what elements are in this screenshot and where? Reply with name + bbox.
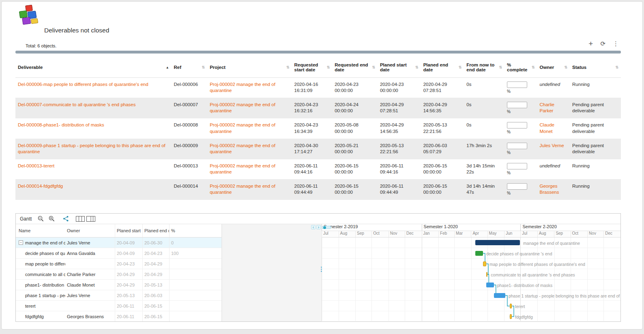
gantt-row[interactable]: phase1- distribution of masksClaude Mone… [16, 280, 221, 290]
timeline-month-label: Aug [339, 231, 356, 237]
gantt-column-header[interactable]: Owner [65, 224, 115, 237]
add-button[interactable]: + [588, 40, 593, 47]
percent-complete-input[interactable] [507, 183, 527, 190]
owner-link[interactable]: Georges Brassens [540, 184, 559, 195]
panel-splitter-handle[interactable]: ⋮ [318, 265, 324, 273]
zoom-in-icon[interactable] [48, 215, 55, 223]
timeline-month-label: Oct [371, 231, 389, 237]
collapse-icon[interactable]: − [19, 240, 23, 245]
gantt-panel: Gantt NameOwnerPlaned startPlaned [15, 213, 621, 322]
owner-link[interactable]: Charlie Parker [540, 102, 554, 113]
gantt-bar[interactable] [494, 293, 505, 298]
percent-complete-input[interactable] [507, 122, 527, 128]
deliverable-link[interactable]: Del-000009-phase 1 startup - people belo… [18, 143, 165, 154]
owner-link[interactable]: Claude Monet [540, 122, 554, 133]
sort-icon[interactable]: ⇅ [202, 65, 205, 69]
sort-icon[interactable]: ⇅ [565, 65, 568, 69]
cell-project: Proj-000002 manage the end of quarantine [207, 179, 292, 199]
project-link[interactable]: Proj-000002 manage the end of quarantine [210, 102, 275, 113]
deliverable-link[interactable]: Del-000007-communicate to all quarantine… [18, 102, 136, 107]
horizontal-scrollbar[interactable] [15, 51, 621, 54]
project-link[interactable]: Proj-000002 manage the end of quarantine [210, 143, 275, 154]
sort-icon[interactable]: ⇅ [286, 65, 290, 69]
layout-split-icon[interactable] [75, 215, 85, 223]
gantt-links-layer [322, 238, 620, 321]
column-header[interactable]: Planed end date⇅ [421, 57, 464, 78]
gantt-row[interactable]: map people to different phases of quaran… [16, 259, 221, 269]
timeline-zoom-slider[interactable] [322, 226, 331, 229]
gantt-bar[interactable] [510, 304, 512, 308]
sort-icon[interactable]: ⇅ [459, 65, 462, 69]
pager-left-button[interactable]: ‹ [311, 225, 316, 229]
percent-complete-input[interactable] [507, 163, 527, 169]
column-header[interactable]: Requested end date⇅ [332, 57, 378, 78]
gantt-cell-percent [169, 280, 181, 290]
column-header[interactable]: Requested start date⇅ [292, 57, 333, 78]
percent-complete-input[interactable] [507, 143, 527, 149]
project-link[interactable]: Proj-000002 manage the end of quarantine [210, 82, 275, 93]
column-header[interactable]: Status⇅ [570, 57, 621, 78]
gantt-bar[interactable] [510, 314, 512, 319]
deliverable-link[interactable]: Del-000008-phase1- distribution of masks [18, 122, 104, 127]
gantt-column-header[interactable]: Name [16, 224, 65, 237]
slider-knob[interactable] [323, 226, 326, 229]
sort-icon[interactable]: ⇅ [327, 65, 330, 69]
gantt-cell-percent [169, 301, 181, 311]
cell-percent-complete: % [504, 98, 537, 118]
sort-icon[interactable]: ▲ [166, 66, 169, 69]
pager-right-button[interactable]: › [316, 225, 321, 229]
page-title: Deliverables not closed [44, 27, 109, 34]
gantt-cell-name: fdgdfgfdg [16, 311, 65, 321]
sort-icon[interactable]: ⇅ [499, 65, 502, 69]
column-header[interactable]: Owner⇅ [537, 57, 570, 78]
cell-percent-complete: % [504, 159, 537, 179]
sort-icon[interactable]: ⇅ [372, 65, 375, 69]
project-link[interactable]: Proj-000002 manage the end of quarantine [210, 163, 275, 174]
gantt-row[interactable]: fdgdfgfdgGeorges Brassens20-06-1120-06-1… [16, 311, 221, 321]
sort-icon[interactable]: ⇅ [415, 65, 419, 69]
column-header[interactable]: % complete⇅ [504, 57, 537, 78]
gantt-bar-label: decide phases of quarantine 's end [486, 251, 552, 256]
gantt-row[interactable]: −manage the end of quarantineJules Verne… [16, 238, 221, 248]
gantt-bar[interactable] [486, 272, 487, 277]
more-menu-button[interactable]: ⋮ [613, 41, 619, 47]
percent-complete-input[interactable] [507, 102, 527, 108]
gantt-bar[interactable] [486, 283, 494, 287]
deliverable-link[interactable]: Del-000014-fdgdfgfdg [18, 184, 63, 188]
table-row: Del-000006-map people to different phase… [15, 78, 621, 98]
gantt-cell-planed-start: 20-06-11 [115, 301, 142, 311]
sort-icon[interactable]: ⇅ [532, 65, 535, 69]
gantt-row[interactable]: communicate to all quarantine 's end pha… [16, 269, 221, 280]
column-header[interactable]: Deliverable▲ [15, 57, 172, 78]
cell-ref: Del-000009 [172, 139, 208, 159]
gantt-bar[interactable] [483, 261, 486, 266]
column-header[interactable]: Planed start date⇅ [378, 57, 421, 78]
gantt-row[interactable]: decide phases of quarantine 's endAnna G… [16, 248, 221, 259]
gantt-row[interactable]: phase 1 startup - people belonging to th… [16, 290, 221, 301]
column-header[interactable]: From now to end date⇅ [464, 57, 504, 78]
gantt-row[interactable]: terert20-06-1120-06-15 [16, 301, 221, 311]
project-link[interactable]: Proj-000002 manage the end of quarantine [210, 184, 275, 195]
gantt-cell-owner [65, 301, 115, 311]
gantt-column-header[interactable]: Planed end date [142, 224, 169, 237]
column-header[interactable]: Project⇅ [207, 57, 292, 78]
owner-link[interactable]: Jules Verne [540, 143, 564, 148]
refresh-button[interactable]: ⟳ [600, 41, 605, 47]
gantt-bar[interactable] [475, 251, 483, 256]
link-tasks-icon[interactable] [62, 215, 69, 223]
layout-columns-icon[interactable] [86, 215, 96, 223]
gantt-column-header[interactable]: Planed start [115, 224, 142, 237]
gantt-cell-owner: Jules Verne [65, 238, 115, 248]
gantt-task-name: communicate to all quarantine 's end pha… [19, 272, 65, 277]
gantt-column-header[interactable]: % [169, 224, 181, 237]
gantt-bar[interactable] [475, 240, 520, 245]
table-row: Del-000009-phase 1 startup - people belo… [15, 139, 621, 159]
percent-complete-input[interactable] [507, 81, 527, 88]
deliverable-link[interactable]: Del-000006-map people to different phase… [18, 82, 148, 87]
deliverable-link[interactable]: Del-000013-terert [18, 163, 54, 168]
cell-requested-end: 2020-04-23 00:00:00 [332, 78, 378, 98]
sort-icon[interactable]: ⇅ [615, 65, 618, 69]
zoom-out-icon[interactable] [37, 215, 44, 223]
project-link[interactable]: Proj-000002 manage the end of quarantine [210, 122, 275, 133]
column-header[interactable]: Ref⇅ [172, 57, 208, 78]
